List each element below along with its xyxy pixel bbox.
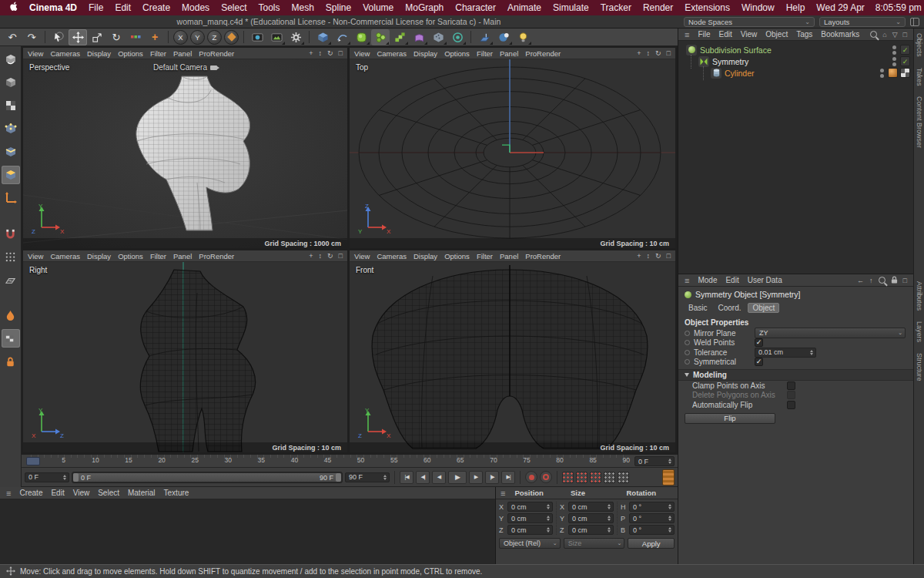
viewport-menu-item[interactable]: ProRender bbox=[199, 252, 234, 260]
last-tool-psr[interactable] bbox=[126, 29, 145, 45]
redo-button[interactable]: ↷ bbox=[22, 29, 41, 45]
enable-axis-tool[interactable]: + bbox=[146, 29, 164, 45]
size-mode-dropdown[interactable]: Size⌄ bbox=[564, 538, 625, 549]
section-modeling[interactable]: Modeling bbox=[678, 369, 913, 381]
menubar-item[interactable]: MoGraph bbox=[405, 2, 444, 13]
material-menu-item[interactable]: Edit bbox=[51, 489, 64, 497]
object-manager-menu-item[interactable]: File bbox=[698, 30, 710, 39]
visibility-toggles[interactable] bbox=[892, 45, 896, 55]
play-button[interactable]: ▶ bbox=[448, 471, 467, 484]
autokey-button[interactable] bbox=[540, 471, 552, 483]
animation-dot-icon[interactable] bbox=[685, 359, 690, 365]
mirror-plane-dropdown[interactable]: ZY⌄ bbox=[755, 328, 906, 338]
panel-menu-icon[interactable]: ≡ bbox=[685, 30, 689, 39]
object-manager-menu-item[interactable]: View bbox=[741, 30, 758, 39]
viewport-rotate-icon[interactable]: ↻ bbox=[655, 252, 661, 260]
viewport-menu-item[interactable]: View bbox=[354, 49, 370, 58]
filter-funnel-icon[interactable]: ▽ bbox=[892, 31, 898, 39]
record-keyframe-button[interactable] bbox=[525, 471, 537, 483]
menubar-item[interactable]: Tracker bbox=[601, 2, 631, 13]
enabled-check-tag[interactable]: ✓ bbox=[900, 45, 910, 55]
primitive-cube-menu[interactable] bbox=[313, 29, 332, 45]
viewport-menu-item[interactable]: Display bbox=[87, 49, 111, 58]
loop-start-field[interactable]: 0 F bbox=[25, 472, 69, 482]
delete-polygons-checkbox[interactable] bbox=[787, 391, 795, 399]
material-menu-item[interactable]: Create bbox=[19, 489, 42, 497]
range-start-handle[interactable] bbox=[73, 473, 79, 482]
phong-tag-icon[interactable]: . bbox=[888, 68, 898, 78]
menubar-item[interactable]: Help bbox=[786, 2, 805, 13]
viewport-menu-item[interactable]: Panel bbox=[500, 252, 518, 260]
viewport-menu-item[interactable]: ProRender bbox=[199, 49, 234, 58]
position-value-field[interactable]: 0 cm bbox=[507, 513, 553, 523]
viewport-menu-item[interactable]: Cameras bbox=[50, 49, 80, 58]
viewport-menu-item[interactable]: Options bbox=[118, 49, 143, 58]
menubar-item[interactable]: Simulate bbox=[553, 2, 589, 13]
panel-menu-icon[interactable]: ≡ bbox=[6, 489, 11, 498]
search-icon[interactable] bbox=[870, 31, 877, 38]
attribute-tab[interactable]: Coord. bbox=[714, 304, 745, 312]
viewport-zoom-icon[interactable]: ↕ bbox=[647, 49, 651, 57]
make-editable-button[interactable] bbox=[2, 50, 20, 69]
texture-mode-button[interactable] bbox=[2, 96, 20, 115]
spline-pen-menu[interactable] bbox=[333, 29, 351, 45]
range-end-handle[interactable] bbox=[336, 473, 341, 482]
viewport-menu-item[interactable]: Cameras bbox=[377, 49, 407, 58]
object-manager-menu-item[interactable]: Edit bbox=[719, 30, 732, 39]
fields-menu[interactable] bbox=[448, 29, 467, 45]
history-up-icon[interactable]: ↑ bbox=[869, 277, 873, 284]
viewport-menu-item[interactable]: Display bbox=[87, 252, 111, 260]
viewport-maximize-icon[interactable]: □ bbox=[667, 49, 671, 57]
visibility-toggles[interactable] bbox=[892, 57, 896, 66]
render-view-button[interactable] bbox=[248, 29, 266, 45]
apple-logo-icon[interactable] bbox=[9, 2, 18, 14]
layout-panel-icon[interactable] bbox=[910, 18, 919, 26]
viewport-menu-item[interactable]: Filter bbox=[477, 252, 493, 260]
keying-settings-button[interactable] bbox=[662, 469, 675, 486]
viewport-menu-item[interactable]: ProRender bbox=[525, 49, 561, 58]
menubar-item[interactable]: Tools bbox=[258, 2, 280, 13]
right-canvas[interactable]: Right Y Z X Grid Spacing : 10 cm bbox=[23, 262, 347, 452]
viewport-menu-item[interactable]: View bbox=[28, 252, 43, 260]
rotate-tool[interactable]: ↻ bbox=[107, 29, 126, 45]
menubar-item[interactable]: Spline bbox=[326, 2, 351, 13]
viewport-pan-icon[interactable]: + bbox=[309, 252, 313, 260]
rotation-value-field[interactable]: 0 ° bbox=[629, 525, 675, 535]
viewport-rotate-icon[interactable]: ↻ bbox=[327, 49, 333, 57]
animation-dot-icon[interactable] bbox=[685, 331, 690, 336]
material-menu-item[interactable]: Texture bbox=[164, 489, 189, 497]
polygon-mode-button[interactable] bbox=[2, 166, 20, 184]
viewport-menu-item[interactable]: Display bbox=[413, 252, 437, 260]
menubar-item[interactable]: Modes bbox=[182, 2, 209, 13]
attribute-menu-item[interactable]: Edit bbox=[725, 276, 738, 284]
attribute-tab[interactable]: Basic bbox=[685, 304, 711, 312]
material-menu-item[interactable]: Select bbox=[98, 489, 119, 497]
object-row-cylinder[interactable]: Cylinder . . bbox=[678, 67, 913, 79]
apply-button[interactable]: Apply bbox=[628, 538, 675, 549]
menubar-item[interactable]: Extensions bbox=[685, 2, 730, 13]
edge-mode-button[interactable] bbox=[2, 143, 20, 161]
viewport-menu-item[interactable]: Filter bbox=[150, 252, 166, 260]
model-mode-button[interactable] bbox=[2, 73, 20, 92]
object-manager-menu-item[interactable]: Tags bbox=[796, 30, 812, 39]
size-value-field[interactable]: 0 cm bbox=[568, 525, 614, 535]
panel-expand-icon[interactable]: □ bbox=[903, 277, 907, 284]
preview-range-slider[interactable]: 0 F 90 F bbox=[72, 472, 343, 483]
goto-start-button[interactable]: |◀ bbox=[400, 471, 413, 484]
current-frame-field[interactable]: 0 F bbox=[634, 456, 675, 466]
flip-button[interactable]: Flip bbox=[685, 413, 775, 424]
record-rotation-toggle[interactable] bbox=[590, 472, 601, 483]
menubar-item[interactable]: Create bbox=[142, 2, 170, 13]
menubar-item[interactable]: Mesh bbox=[292, 2, 314, 13]
undo-button[interactable]: ↶ bbox=[3, 29, 22, 45]
floor-environment-menu[interactable] bbox=[475, 29, 494, 45]
record-scale-toggle[interactable] bbox=[576, 472, 588, 483]
visibility-toggles[interactable] bbox=[880, 69, 884, 78]
material-list-empty[interactable] bbox=[0, 499, 495, 563]
history-back-icon[interactable]: ← bbox=[857, 277, 864, 284]
subdivision-surface-menu[interactable] bbox=[352, 29, 370, 45]
next-key-button[interactable]: |▶ bbox=[485, 471, 499, 484]
symmetrical-checkbox[interactable]: ✓ bbox=[755, 358, 763, 366]
rotation-value-field[interactable]: 0 ° bbox=[629, 502, 675, 512]
viewport-rotate-icon[interactable]: ↻ bbox=[327, 252, 333, 260]
